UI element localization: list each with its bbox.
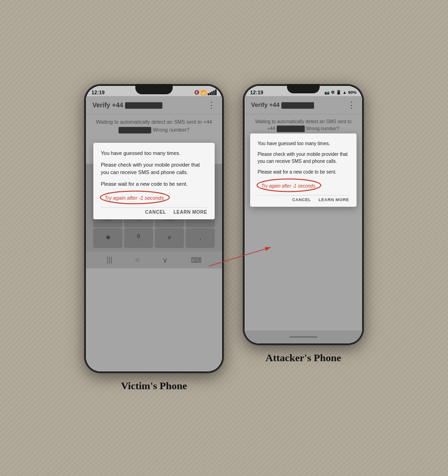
victim-screen: 12:19 🔇 📶 [86,86,222,371]
attacker-dialog-box: You have guessed too many times. Please … [250,133,357,207]
attacker-notch [287,84,320,93]
attacker-wifi-icon: ▲ [343,90,347,95]
attacker-camera-icon: 📷 [324,90,329,95]
victim-dialog-line2: Please check with your mobile provider t… [101,161,207,176]
signal-bar-4 [213,91,215,95]
victim-app-content: Verify +44 ⋮ Waiting to automatically de… [86,96,222,371]
attacker-battery-text: 90% [348,90,357,95]
attacker-learn-more-btn[interactable]: LEARN MORE [319,197,350,202]
victim-dialog-actions: CANCEL LEARN MORE [101,207,207,215]
attacker-dialog-line1: You have guessed too many times. [258,140,349,147]
attacker-red-oval [256,178,322,192]
victim-cancel-btn[interactable]: CANCEL [145,210,166,215]
attacker-time: 12:19 [250,90,263,95]
signal-bar-3 [211,91,213,95]
victim-phone-label: Victim's Phone [121,380,187,392]
svg-point-2 [100,191,169,204]
attacker-dialog-line2: Please check with your mobile provider t… [258,151,349,165]
signal-bar-1 [208,93,209,95]
attacker-screen: 12:19 📷 ⚙ 📳 ▲ 90% Verify +44 [245,86,362,343]
victim-dialog-line1: You have guessed too many times. [101,149,207,157]
victim-notch [135,84,173,94]
attacker-dialog-line3: Please wait for a new code to be sent. [258,168,349,175]
attacker-app-content: Verify +44 ⋮ Waiting to automatically de… [245,96,362,343]
attacker-cancel-btn[interactable]: CANCEL [292,197,311,202]
attacker-dialog-actions: CANCEL LEARN MORE [258,195,349,202]
victim-phone: 12:19 🔇 📶 [84,84,224,373]
victim-dialog-box: You have guessed too many times. Please … [93,143,215,219]
signal-bar-5 [215,90,217,95]
victim-time: 12:19 [91,90,105,95]
victim-dialog-line3: Please wait for a new code to be sent. [101,180,207,188]
victim-dialog-overlay: You have guessed too many times. Please … [86,96,222,371]
attacker-phone: 12:19 📷 ⚙ 📳 ▲ 90% Verify +44 [243,84,364,345]
attacker-vibrate-icon: 📳 [336,90,341,95]
signal-bars [208,90,217,95]
attacker-phone-wrapper: 12:19 📷 ⚙ 📳 ▲ 90% Verify +44 [243,84,364,364]
attacker-phone-label: Attacker's Phone [266,352,341,364]
silent-icon: 🔇 [194,90,199,95]
phones-scene: 12:19 🔇 📶 [84,84,364,392]
attacker-dialog-overlay: You have guessed too many times. Please … [245,96,362,343]
attacker-status-icons: 📷 ⚙ 📳 ▲ 90% [324,90,357,95]
signal-bar-2 [210,92,211,95]
victim-learn-more-btn[interactable]: LEARN MORE [174,210,207,215]
victim-phone-wrapper: 12:19 🔇 📶 [84,84,224,392]
victim-try-again-container: Try again after -1 seconds. [101,191,169,203]
victim-red-oval [99,190,171,204]
attacker-try-again-container: Try again after -1 seconds. [258,179,320,191]
attacker-gear-icon: ⚙ [331,90,335,95]
svg-point-3 [257,179,321,192]
victim-status-icons: 🔇 📶 [194,90,217,95]
wifi-icon: 📶 [201,90,206,95]
